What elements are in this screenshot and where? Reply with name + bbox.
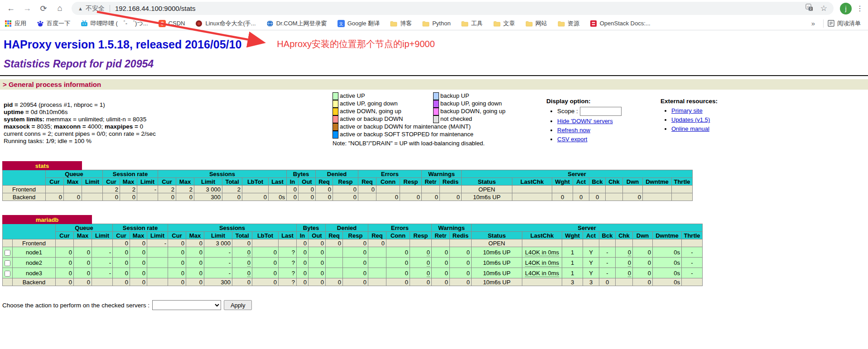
- col-limit: Limit: [147, 232, 168, 239]
- cell-bck: 0: [589, 193, 606, 201]
- bookmark-item-9[interactable]: 工具: [461, 19, 483, 28]
- cell-limit: -: [137, 186, 158, 193]
- bookmark-star-icon[interactable]: ☆: [820, 4, 827, 13]
- cell-status: OPEN: [472, 239, 522, 247]
- col-limit: Limit: [204, 232, 232, 239]
- col-limit: Limit: [92, 232, 113, 239]
- cell-redis: 0: [450, 268, 472, 278]
- bookmark-item-2[interactable]: 哔哩哔哩 ( ゜- ゜)つ...: [81, 19, 148, 28]
- cell-redis: 0: [440, 193, 462, 201]
- col-bck: Bck: [599, 232, 616, 239]
- cell-retr: 0: [432, 278, 450, 286]
- cell-resp: 0: [333, 193, 358, 201]
- bookmark-item-3[interactable]: CCSDN: [159, 20, 185, 27]
- col-group-errors: Errors: [358, 170, 422, 178]
- select-server-node1[interactable]: [5, 250, 10, 256]
- cell-cur: 0: [46, 193, 64, 201]
- proxy-name: Backend: [13, 278, 56, 286]
- address-bar[interactable]: ▲ 不安全 192.168.44.100:9000/stats G文 ☆: [72, 2, 834, 15]
- table-title-mariadb[interactable]: mariadb: [3, 215, 92, 224]
- cell-cur: 0: [158, 193, 176, 201]
- bookmark-item-8[interactable]: Python: [422, 20, 450, 27]
- cell-conn: 0: [386, 258, 410, 268]
- menu-kebab-icon[interactable]: ⋮: [856, 4, 863, 13]
- col-limit: Limit: [82, 178, 103, 186]
- bookmark-label: Linux命令大全(手...: [205, 19, 256, 28]
- bookmark-item-13[interactable]: OpenStack Docs:...: [590, 20, 651, 27]
- cell-in: 0: [287, 186, 299, 193]
- cell-total: 0: [232, 239, 252, 247]
- cell-dwntme: [643, 186, 672, 193]
- apply-button[interactable]: Apply: [224, 300, 252, 310]
- cell-chk: [616, 239, 633, 247]
- cell-limit: [147, 268, 168, 278]
- reload-icon[interactable]: ⟳: [37, 2, 50, 15]
- bookmark-item-5[interactable]: Dr.COM上网登录窗: [266, 19, 327, 28]
- cell-lastchk: [522, 278, 562, 286]
- bookmark-item-0[interactable]: 应用: [5, 19, 26, 28]
- external-resources: External resources: Primary siteUpdates …: [661, 91, 742, 134]
- browser-toolbar: ← → ⟳ ⌂ ▲ 不安全 192.168.44.100:9000/stats …: [0, 0, 868, 17]
- reading-list-button[interactable]: 阅读清单: [827, 19, 861, 28]
- svg-text:文: 文: [809, 7, 813, 11]
- action-select[interactable]: [152, 300, 221, 310]
- legend-row-3: active or backup DOWNnot checked: [333, 115, 518, 123]
- profile-avatar[interactable]: j: [840, 3, 852, 14]
- col-cur: Cur: [168, 232, 186, 239]
- cell-cur: 0: [103, 193, 120, 201]
- home-icon[interactable]: ⌂: [53, 2, 66, 15]
- cell-limit: -: [204, 247, 232, 258]
- external-resource-link-2[interactable]: Online manual: [671, 125, 709, 132]
- corner-header: [3, 224, 56, 239]
- display-option-link-0[interactable]: Hide 'DOWN' servers: [557, 118, 613, 124]
- table-title-stats[interactable]: stats: [3, 162, 82, 170]
- forward-icon[interactable]: →: [21, 2, 34, 15]
- cell-chk: [606, 186, 623, 193]
- cell-resp: 0: [410, 278, 432, 286]
- bookmark-item-11[interactable]: 网站: [526, 19, 547, 28]
- cell-dwntme: [653, 239, 682, 247]
- bookmark-item-12[interactable]: 资源: [558, 19, 579, 28]
- proxy-name: Frontend: [13, 239, 56, 247]
- external-resource-link-0[interactable]: Primary site: [671, 107, 703, 114]
- bookmark-label: Dr.COM上网登录窗: [276, 19, 327, 28]
- bookmark-item-6[interactable]: 文Google 翻译: [338, 19, 380, 28]
- select-server-node3[interactable]: [5, 271, 10, 277]
- url-text[interactable]: 192.168.44.100:9000/stats: [115, 5, 196, 12]
- svg-text:文: 文: [339, 22, 343, 26]
- col-group-queue: Queue: [56, 224, 113, 232]
- process-info-line-1: uptime = 0d 0h10m06s: [4, 109, 277, 116]
- external-resources-title: External resources:: [661, 98, 742, 105]
- cell-cur: 0: [56, 278, 74, 286]
- security-label: 不安全: [86, 5, 105, 13]
- back-icon[interactable]: ←: [5, 2, 17, 15]
- cell-max: 0: [186, 239, 204, 247]
- external-resource-link-1[interactable]: Updates (v1.5): [671, 116, 710, 123]
- display-option-link-1[interactable]: Refresh now: [557, 127, 590, 134]
- legend-label: active UP, going down: [340, 100, 433, 108]
- cell-cur: 0: [168, 258, 186, 268]
- translate-icon[interactable]: G文: [805, 4, 813, 13]
- action-label: Choose the action to perform on the chec…: [2, 302, 149, 309]
- select-server-node2[interactable]: [5, 260, 10, 266]
- col-in: In: [287, 178, 299, 186]
- cell-in: 0: [297, 268, 309, 278]
- cell-limit: -: [92, 247, 113, 258]
- cell-status: 10m6s UP: [472, 268, 522, 278]
- bookmark-item-4[interactable]: Linux命令大全(手...: [195, 19, 256, 28]
- proxy-name: Backend: [3, 193, 46, 201]
- cell-lbtot: 0: [252, 268, 279, 278]
- cell-wght: 0: [552, 193, 573, 201]
- scope-input[interactable]: [580, 107, 622, 116]
- bookmark-item-10[interactable]: 文章: [493, 19, 515, 28]
- openstack-icon: [590, 20, 597, 27]
- bookmark-item-7[interactable]: 博客: [390, 19, 412, 28]
- legend-label: active UP: [340, 92, 433, 100]
- annotation-text: HAproxy安装的位置那个节点的ip+9000: [277, 38, 434, 51]
- cell-max: [74, 239, 92, 247]
- bookmark-item-1[interactable]: 百度一下: [37, 19, 70, 28]
- bookmarks-overflow-chevron[interactable]: »: [807, 19, 820, 27]
- cell-last: [269, 186, 287, 193]
- legend-label: active or backup DOWN for maintenance (M…: [340, 123, 518, 131]
- display-option-link-2[interactable]: CSV export: [557, 136, 587, 143]
